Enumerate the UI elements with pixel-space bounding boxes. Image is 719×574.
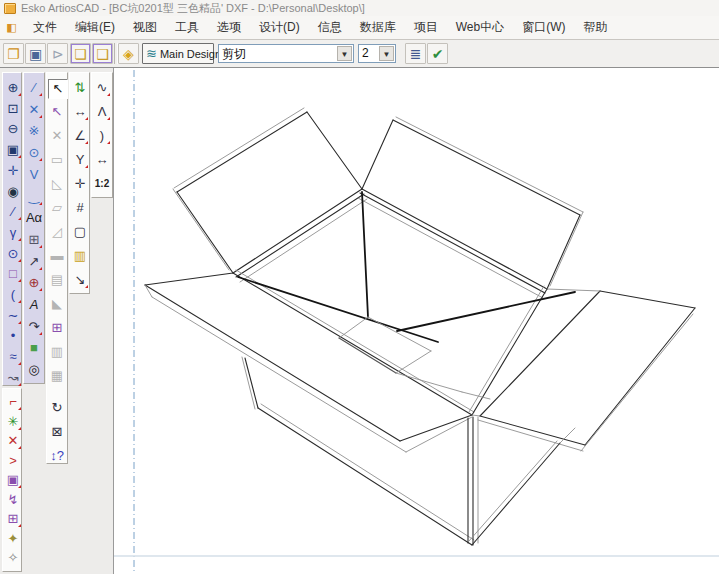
pattern-icon[interactable]: ▥ [48, 343, 66, 361]
frame-dim-icon[interactable]: ▢ [71, 223, 89, 241]
diagonal-dim-icon[interactable]: ↘ [71, 271, 89, 289]
bridge-icon[interactable]: ⊞ [4, 510, 22, 528]
measure-angle-icon[interactable]: ⊠ [48, 423, 66, 441]
polyline-icon[interactable]: Λ [93, 103, 111, 121]
text-tool-icon[interactable]: Aα [25, 209, 43, 227]
export-icon[interactable]: ⊳ [47, 43, 68, 64]
window-title: Esko ArtiosCAD - [BC坑0201型 三色精品' DXF - D… [21, 1, 365, 16]
horizontal-dim-icon[interactable]: ↔ [71, 103, 89, 121]
open-file-icon[interactable]: ❐ [3, 43, 24, 64]
box-wireframe [114, 68, 719, 574]
dimension-icon[interactable]: ⊞ [25, 231, 43, 249]
pointsize-combo[interactable]: 2 ▼ [358, 44, 396, 63]
new-from-template-icon[interactable]: ❏ [70, 43, 91, 64]
group-select-icon[interactable]: ↖ [48, 103, 66, 121]
rect-tool-icon[interactable]: □ [4, 265, 22, 283]
menu-item-6[interactable]: 信息 [309, 17, 351, 38]
menu-item-1[interactable]: 编辑(E) [66, 17, 124, 38]
curve-tool-icon[interactable]: ∼ [4, 307, 22, 325]
measure-line-icon[interactable]: ∕ [25, 79, 43, 97]
mirror-icon[interactable]: ▬ [48, 247, 66, 265]
arc-d-icon[interactable]: ) [93, 127, 111, 145]
text-curve-icon[interactable]: ↷ [25, 318, 43, 336]
drawing-canvas[interactable] [114, 68, 719, 574]
array-icon[interactable]: ▤ [48, 271, 66, 289]
adjust-arrows-icon[interactable]: ⇅ [71, 79, 89, 97]
zoom-out-icon[interactable]: ⊖ [4, 120, 22, 138]
chevron-down-icon[interactable]: ▼ [337, 46, 352, 61]
scale-icon[interactable]: ◣ [48, 295, 66, 313]
multi-cross-icon[interactable]: ※ [25, 122, 43, 140]
rotate-icon[interactable]: ◿ [48, 223, 66, 241]
design-checker-icon[interactable]: ✔ [427, 43, 448, 64]
linetype-combo[interactable]: 剪切 ▼ [218, 44, 354, 63]
zoom-in-icon[interactable]: ⊕ [4, 79, 22, 97]
registration-icon[interactable]: ⊕ [25, 274, 43, 292]
freehand-curve-icon[interactable]: ∿ [93, 79, 111, 97]
menu-item-2[interactable]: 视图 [124, 17, 166, 38]
divide-dim-icon[interactable]: # [71, 199, 89, 217]
direction-icon[interactable]: > [4, 452, 22, 470]
cross-check-icon[interactable]: ✕ [25, 101, 43, 119]
move-to-layer-icon[interactable]: ▭ [48, 151, 66, 169]
menu-item-5[interactable]: 设计(D) [250, 17, 309, 38]
center-circle-icon[interactable]: ⊙ [25, 144, 43, 162]
move-copy-icon[interactable]: ▣ [4, 471, 22, 489]
rebuild-design-icon[interactable]: ❑ [92, 43, 113, 64]
menu-item-11[interactable]: 帮助 [574, 17, 616, 38]
counter-icon[interactable]: ◎ [25, 361, 43, 379]
line-tool-icon[interactable]: ∕ [4, 203, 22, 221]
arrow-tool-icon[interactable]: ↗ [25, 253, 43, 271]
bridge-grid-icon[interactable]: ⊞ [48, 319, 66, 337]
zoom-window-icon[interactable]: ⊡ [4, 100, 22, 118]
query-icon[interactable]: ↕? [48, 447, 66, 465]
paste-icon[interactable]: ▱ [48, 199, 66, 217]
tack-bridge-icon[interactable]: ✦ [4, 530, 22, 548]
arc-tool-icon[interactable]: γ [4, 224, 22, 242]
select-icon[interactable]: ↖ [48, 79, 68, 99]
wave-tool-icon[interactable]: ≈ [4, 348, 22, 366]
circle-tool-icon[interactable]: ⊙ [4, 245, 22, 263]
menu-item-7[interactable]: 数据库 [351, 17, 405, 38]
main-design-button[interactable]: ≋ Main Design [142, 43, 214, 64]
deselect-icon[interactable]: ✕ [48, 127, 66, 145]
view-mode-icon[interactable]: ◉ [4, 183, 22, 201]
zoom-fit-icon[interactable]: ▣ [4, 141, 22, 159]
hatch-icon[interactable]: ▦ [48, 367, 66, 385]
convert-to-3d-icon[interactable]: ◈ [118, 43, 139, 64]
highlight-dim-icon[interactable]: ▥ [71, 247, 89, 265]
menu-bar: ◧ 文件编辑(E)视图工具选项设计(D)信息数据库项目Web中心窗口(W)帮助 [0, 16, 719, 40]
save-icon[interactable]: ▣ [25, 43, 46, 64]
main-toolbar: ❐▣⊳❏❑◈≣✔ ≋ Main Design 剪切 ▼ 2 ▼ [0, 40, 719, 68]
stretch-icon[interactable]: ↔ [93, 151, 111, 169]
add-dim-icon[interactable]: ✛ [71, 175, 89, 193]
layers-icon: ≋ [146, 47, 157, 60]
copy-icon[interactable]: ◺ [48, 175, 66, 193]
nick-icon[interactable]: ✧ [4, 549, 22, 567]
node-edit-icon[interactable]: • [4, 327, 22, 345]
chevron-down-icon[interactable]: ▼ [379, 46, 394, 61]
arc-3pt-tool-icon[interactable]: ( [4, 286, 22, 304]
italic-text-icon[interactable]: A [25, 296, 43, 314]
layer-properties-icon[interactable]: ≣ [405, 43, 426, 64]
menu-item-3[interactable]: 工具 [166, 17, 208, 38]
delete-icon[interactable]: ✕ [4, 432, 22, 450]
scale-indicator[interactable]: 1:2 [93, 175, 111, 193]
menu-item-4[interactable]: 选项 [208, 17, 250, 38]
menu-item-0[interactable]: 文件 [24, 17, 66, 38]
vee-icon[interactable]: V [25, 166, 43, 184]
menu-item-8[interactable]: 项目 [405, 17, 447, 38]
angle-dim-icon[interactable]: ∠ [71, 127, 89, 145]
curve-probe-icon[interactable]: ‿ [25, 188, 43, 206]
menu-item-9[interactable]: Web中心 [447, 17, 513, 38]
fillet-tool-icon[interactable]: ⌐ [4, 393, 22, 411]
menu-item-10[interactable]: 窗口(W) [513, 17, 574, 38]
app-icon [4, 3, 16, 14]
explode-icon[interactable]: ✳ [4, 413, 22, 431]
rotate-view-icon[interactable]: ↻ [48, 399, 66, 417]
sequence-icon[interactable]: ↯ [4, 491, 22, 509]
pan-icon[interactable]: ✛ [4, 162, 22, 180]
curve-dim-icon[interactable]: Υ [71, 151, 89, 169]
fill-color-icon[interactable]: ■ [25, 339, 43, 357]
extend-tool-icon[interactable]: ↝ [4, 369, 22, 387]
